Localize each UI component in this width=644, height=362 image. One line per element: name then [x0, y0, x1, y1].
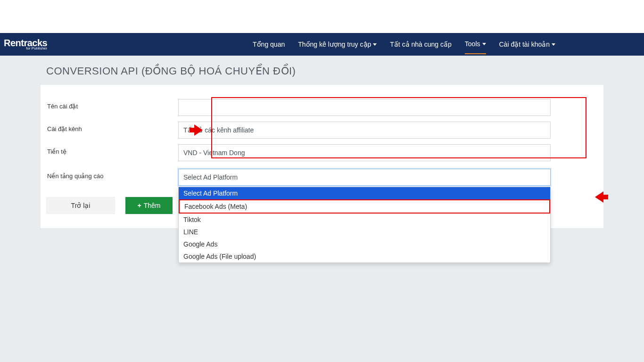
back-button-label: Trở lại [71, 202, 91, 209]
ad-platform-option-tiktok[interactable]: Tiktok [179, 214, 550, 226]
nav-stats[interactable]: Thống kê lượng truy cập [298, 35, 377, 54]
ad-platform-option-facebook[interactable]: Facebook Ads (Meta) [179, 199, 550, 214]
ad-platform-option-line[interactable]: LINE [179, 226, 550, 238]
brand-logo: Rentracks for Publisher [4, 38, 47, 50]
currency-label: Tiền tệ [46, 144, 178, 155]
ad-platform-option-google-ads[interactable]: Google Ads [179, 238, 550, 250]
currency-select[interactable] [178, 144, 551, 161]
setting-name-input[interactable] [178, 99, 551, 116]
nav-providers[interactable]: Tất cả nhà cung cấp [390, 35, 452, 54]
setting-name-label: Tên cài đặt [46, 99, 178, 110]
main-navbar: Rentracks for Publisher Tổng quan Thống … [0, 33, 644, 56]
nav-label: Tools [465, 40, 480, 48]
nav-label: Cài đặt tài khoản [499, 41, 550, 48]
chevron-down-icon [373, 43, 377, 46]
annotation-arrow-right-icon [194, 124, 203, 136]
nav-tools[interactable]: Tools [465, 34, 486, 54]
plus-icon: + [138, 202, 141, 209]
ad-platform-label: Nền tảng quảng cáo [46, 169, 178, 180]
add-button-label: Thêm [144, 202, 161, 209]
nav-account-settings[interactable]: Cài đặt tài khoản [499, 35, 556, 54]
nav-label: Thống kê lượng truy cập [298, 41, 371, 48]
ad-platform-option-google-ads-file[interactable]: Google Ads (File upload) [179, 250, 550, 263]
ad-platform-select[interactable] [178, 169, 551, 186]
ad-platform-dropdown: Select Ad Platform Facebook Ads (Meta) T… [178, 187, 551, 263]
channel-setting-select[interactable] [178, 122, 551, 139]
add-button[interactable]: + Thêm [125, 197, 173, 214]
nav-label: Tất cả nhà cung cấp [390, 41, 452, 48]
nav-overview[interactable]: Tổng quan [253, 35, 285, 54]
nav-items: Tổng quan Thống kê lượng truy cập Tất cả… [253, 34, 640, 54]
ad-platform-option-placeholder[interactable]: Select Ad Platform [179, 187, 550, 199]
chevron-down-icon [482, 43, 486, 45]
back-button[interactable]: Trở lại [46, 197, 115, 214]
top-whitespace [0, 0, 644, 33]
channel-setting-label: Cài đặt kênh [46, 122, 178, 132]
nav-label: Tổng quan [253, 41, 285, 48]
annotation-arrow-left-icon [595, 191, 603, 203]
page-title: CONVERSION API (ĐỒNG BỘ HOÁ CHUYỂN ĐỔI) [0, 56, 644, 85]
form-card: Tên cài đặt Cài đặt kênh Tiền tệ Nền tản… [41, 85, 603, 228]
chevron-down-icon [552, 43, 555, 46]
